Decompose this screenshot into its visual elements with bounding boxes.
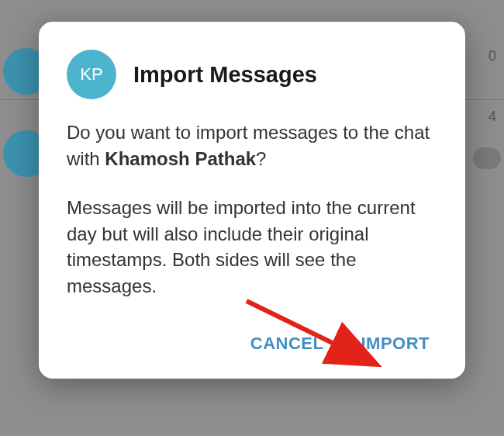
contact-name: Khamosh Pathak: [105, 148, 256, 169]
avatar-initials: KP: [80, 64, 102, 85]
bg-num-1: 0: [488, 48, 496, 64]
bg-num-2: 4: [488, 109, 496, 125]
import-messages-dialog: KP Import Messages Do you want to import…: [39, 22, 465, 379]
dialog-title: Import Messages: [133, 62, 317, 88]
import-button[interactable]: IMPORT: [357, 327, 433, 360]
dialog-header: KP Import Messages: [67, 50, 437, 99]
dialog-paragraph-2: Messages will be imported into the curre…: [67, 195, 437, 299]
para1-suffix: ?: [256, 148, 266, 169]
bg-unread-badge: [473, 147, 501, 169]
cancel-button[interactable]: CANCEL: [247, 327, 327, 360]
dialog-actions: CANCEL IMPORT: [67, 327, 437, 360]
dialog-body: Do you want to import messages to the ch…: [67, 119, 437, 299]
contact-avatar: KP: [67, 50, 116, 99]
dialog-paragraph-1: Do you want to import messages to the ch…: [67, 119, 437, 171]
